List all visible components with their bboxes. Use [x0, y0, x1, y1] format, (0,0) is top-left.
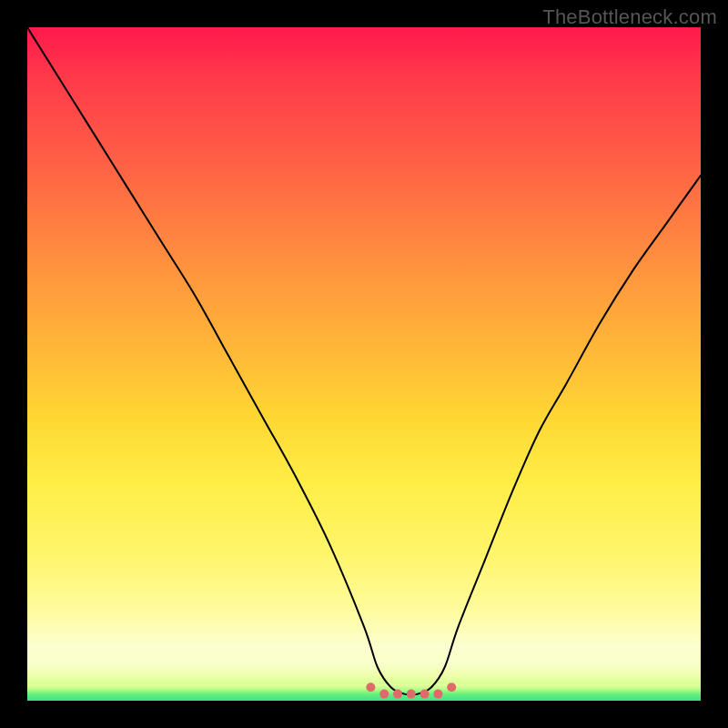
watermark-text: TheBottleneck.com — [542, 5, 717, 29]
floor-marker-dot — [447, 682, 456, 692]
chart-svg — [27, 27, 701, 701]
floor-marker-group — [366, 682, 456, 698]
floor-marker-dot — [433, 690, 442, 699]
floor-marker-dot — [393, 690, 402, 699]
floor-marker-dot — [420, 690, 430, 699]
floor-marker-dot — [366, 682, 375, 692]
floor-marker-dot — [407, 690, 416, 699]
floor-marker-dot — [379, 690, 389, 699]
chart-stage: TheBottleneck.com — [0, 0, 728, 728]
plot-area — [27, 27, 701, 701]
bottleneck-curve-path — [27, 27, 701, 695]
